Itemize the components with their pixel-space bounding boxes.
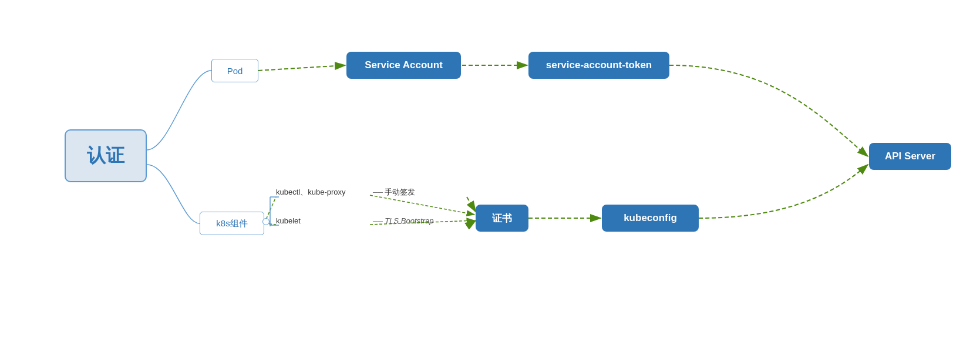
diagram-svg (0, 0, 980, 341)
node-service-account-token: service-account-token (528, 52, 669, 79)
renzhen-label: 认证 (87, 143, 124, 169)
sa-label: Service Account (365, 59, 443, 71)
kubectl-text: kubectl、kube-proxy (276, 188, 346, 196)
arrow-kubelet-zhongshu (467, 220, 476, 226)
k8s-fork-circle (262, 218, 270, 225)
shoudong-text: 手动签发 (385, 188, 415, 196)
arrow-shoudong-zhongshu (370, 195, 474, 215)
kubeconfig-label: kubeconfig (624, 212, 677, 224)
diagram-container: 认证 Pod k8s组件 Service Account service-acc… (0, 0, 980, 341)
sat-label: service-account-token (546, 59, 652, 71)
arrow-kubeconfig-api (699, 165, 868, 218)
curve-renzhen-pod (147, 71, 211, 150)
k8s-label: k8s组件 (216, 218, 247, 229)
node-zhongshu: 证书 (476, 205, 528, 232)
api-server-label: API Server (885, 151, 935, 162)
node-service-account: Service Account (346, 52, 461, 79)
node-api-server: API Server (869, 143, 951, 170)
tls-text: TLS Bootstrap (385, 216, 433, 225)
pod-label: Pod (227, 66, 243, 76)
node-kubeconfig: kubeconfig (602, 205, 699, 232)
curve-renzhen-k8s (147, 165, 200, 223)
zhongshu-label: 证书 (492, 212, 512, 225)
label-kubelet: kubelet (276, 216, 301, 225)
label-tls: ── TLS Bootstrap (373, 216, 433, 225)
node-renzhen: 认证 (65, 129, 147, 182)
node-k8s: k8s组件 (200, 212, 264, 235)
label-kubectl: kubectl、kube-proxy (276, 187, 346, 198)
arrow-kubectl-zhongshu (467, 197, 476, 212)
kubelet-text: kubelet (276, 216, 301, 225)
arrow-sat-api (669, 65, 868, 156)
arrow-pod-sa (258, 65, 345, 71)
node-pod: Pod (211, 59, 258, 82)
label-shoudong: ── 手动签发 (373, 187, 415, 198)
